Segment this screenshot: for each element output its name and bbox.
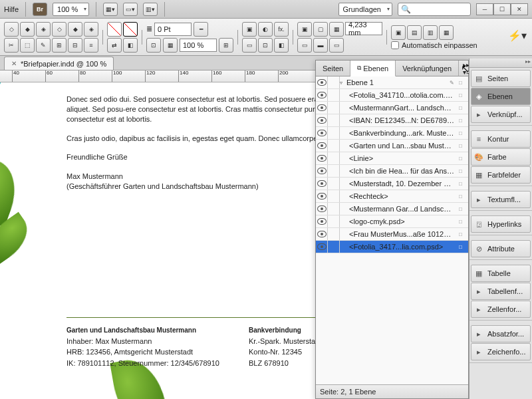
screen-mode-button[interactable]: ▭▾ <box>123 3 138 16</box>
layer-name[interactable]: Ebene 1 <box>346 78 450 86</box>
select-indicator[interactable]: □ <box>459 92 468 98</box>
select-indicator[interactable]: □ <box>459 118 468 124</box>
tool-icon[interactable]: ▬ <box>313 38 328 53</box>
arrange-button[interactable]: ▥▾ <box>143 3 158 16</box>
close-tab-icon[interactable]: ✕ <box>11 60 17 67</box>
lock-toggle[interactable] <box>328 215 340 227</box>
tool-icon[interactable]: ▥ <box>423 25 438 40</box>
tool-icon[interactable]: ✂ <box>4 38 19 53</box>
layer-item-row[interactable]: <Frau MusterMus...aße 101234...>□ <box>316 228 468 241</box>
lock-toggle[interactable] <box>328 140 340 152</box>
lock-toggle[interactable] <box>328 203 340 215</box>
tool-icon[interactable]: ⬚ <box>20 38 35 53</box>
layer-row[interactable]: ▿ Ebene 1 ✎ □ <box>316 76 468 89</box>
visibility-toggle[interactable] <box>316 89 328 101</box>
visibility-toggle[interactable] <box>316 190 328 202</box>
lock-toggle[interactable] <box>328 152 340 164</box>
maximize-button[interactable]: ☐ <box>493 3 511 15</box>
layer-item-row[interactable]: <logo-cmyk.psd>□ <box>316 215 468 228</box>
bridge-button[interactable]: Br <box>33 3 47 16</box>
lock-toggle[interactable] <box>328 76 340 88</box>
layer-item-row[interactable]: <Rechteck>□ <box>316 190 468 203</box>
disclosure-triangle[interactable]: ▿ <box>340 80 346 86</box>
visibility-toggle[interactable] <box>316 215 328 227</box>
select-indicator[interactable]: □ <box>459 219 468 225</box>
tool-icon[interactable]: ▤ <box>407 25 422 40</box>
layer-item-name[interactable]: <IBAN: DE12345...N: DE6789...> <box>349 116 459 124</box>
tool-icon[interactable]: ✎ <box>36 38 51 53</box>
visibility-toggle[interactable] <box>316 127 328 139</box>
tool-icon[interactable]: ▦ <box>439 25 454 40</box>
dock-panel-seiten[interactable]: ▤Seiten <box>471 70 531 87</box>
minimize-button[interactable]: ─ <box>476 3 493 15</box>
document-tab[interactable]: ✕ *Briefpapier.indd @ 100 % <box>4 57 114 70</box>
stroke-style-button[interactable]: ━ <box>194 22 208 37</box>
layer-item-name[interactable]: <Fotolia_341710...otolia.com.psd> <box>349 91 459 99</box>
layer-item-name[interactable]: <Musterstadt, 10. Dezember 2012> <box>349 180 459 188</box>
help-menu[interactable]: Hilfe <box>4 5 19 13</box>
visibility-toggle[interactable] <box>316 152 328 164</box>
lock-toggle[interactable] <box>328 228 340 240</box>
fit-frame-button[interactable]: ▢ <box>313 22 328 37</box>
dock-panel-absatzfor[interactable]: ▸Absatzfor... <box>471 325 531 342</box>
tool-icon[interactable]: ⊟ <box>68 38 82 53</box>
close-button[interactable]: ✕ <box>511 3 528 15</box>
visibility-toggle[interactable] <box>316 76 328 88</box>
panel-tab-links[interactable]: Verknüpfungen <box>396 61 459 76</box>
dock-panel-tabellenf[interactable]: ▸Tabellenf... <box>471 283 531 300</box>
panel-tab-pages[interactable]: Seiten <box>316 61 350 76</box>
lock-toggle[interactable] <box>328 190 340 202</box>
visibility-toggle[interactable] <box>316 228 328 240</box>
layer-item-row[interactable]: <IBAN: DE12345...N: DE6789...>□ <box>316 114 468 127</box>
dock-panel-zellenfor[interactable]: ▸Zellenfor... <box>471 301 531 318</box>
layer-item-name[interactable]: <logo-cmyk.psd> <box>349 217 459 225</box>
drop-shadow-button[interactable]: ▣ <box>242 22 257 37</box>
select-indicator[interactable]: □ <box>459 206 468 212</box>
tool-icon[interactable]: ◇ <box>4 22 19 37</box>
workspace-switcher[interactable]: Grundlagen <box>338 3 393 16</box>
visibility-toggle[interactable] <box>316 140 328 152</box>
dock-panel-zeichenfo[interactable]: ▸Zeichenfo... <box>471 343 531 360</box>
fx-button[interactable]: fx. <box>274 22 289 37</box>
layer-item-row[interactable]: <Ich bin die Hea... für das Ans...>□ <box>316 165 468 178</box>
visibility-toggle[interactable] <box>316 178 328 190</box>
select-indicator[interactable]: □ <box>459 181 468 187</box>
tool-icon[interactable]: ▣ <box>391 25 406 40</box>
select-indicator[interactable]: □ <box>459 80 468 86</box>
lock-toggle[interactable] <box>328 102 340 114</box>
layer-item-row[interactable]: <MustermannGart... Landschaft...>□ <box>316 102 468 114</box>
tool-icon[interactable]: ◆ <box>20 22 35 37</box>
scale-field[interactable]: 100 % <box>180 39 217 52</box>
tool-icon[interactable]: ⊞ <box>52 38 66 53</box>
default-fill-stroke-button[interactable]: ◧ <box>123 38 138 53</box>
dock-panel-ebenen[interactable]: ◈Ebenen <box>471 88 531 105</box>
dock-panel-textumfl[interactable]: ▸Textumfl... <box>471 191 531 208</box>
visibility-toggle[interactable] <box>316 165 328 177</box>
tool-icon[interactable]: ▭ <box>297 38 312 53</box>
measurement-field[interactable]: 4,233 mm <box>345 22 382 35</box>
center-content-button[interactable]: ▦ <box>329 22 344 37</box>
zoom-level[interactable]: 100 % <box>53 3 89 16</box>
visibility-toggle[interactable] <box>316 114 328 126</box>
layer-item-row[interactable]: <Bankverbindung...ark. Muster...>□ <box>316 127 468 140</box>
tool-icon[interactable]: ◈ <box>36 22 51 37</box>
select-indicator[interactable]: □ <box>459 143 468 149</box>
layer-item-row[interactable]: <Linie>□ <box>316 152 468 165</box>
layer-item-name[interactable]: <Fotolia_3417...lia.com.psd> <box>349 243 459 251</box>
layer-item-row[interactable]: <Garten und Lan...sbau Muster...>□ <box>316 140 468 152</box>
layer-item-name[interactable]: <Frau MusterMus...aße 101234...> <box>349 230 459 238</box>
stroke-weight-field[interactable]: 0 Pt <box>154 23 192 36</box>
visibility-toggle[interactable] <box>316 102 328 114</box>
tool-icon[interactable]: ⊞ <box>219 38 233 53</box>
dock-panel-farbe[interactable]: 🎨Farbe <box>471 148 531 166</box>
layer-item-name[interactable]: <MustermannGart... Landschaft...> <box>349 104 459 112</box>
layer-item-name[interactable]: <Ich bin die Hea... für das Ans...> <box>349 167 459 175</box>
stroke-none-icon[interactable] <box>123 22 138 37</box>
tool-icon[interactable]: ◈ <box>84 22 98 37</box>
tool-icon[interactable]: ≡ <box>84 38 98 53</box>
layer-item-row[interactable]: <Mustermann Gar...d Landscha...>□ <box>316 203 468 215</box>
panel-tab-layers[interactable]: ⧉Ebenen <box>350 61 396 76</box>
select-indicator[interactable]: □ <box>459 130 468 136</box>
tool-icon[interactable]: ⊡ <box>146 38 161 53</box>
swap-fill-stroke-button[interactable]: ⇄ <box>107 38 122 53</box>
